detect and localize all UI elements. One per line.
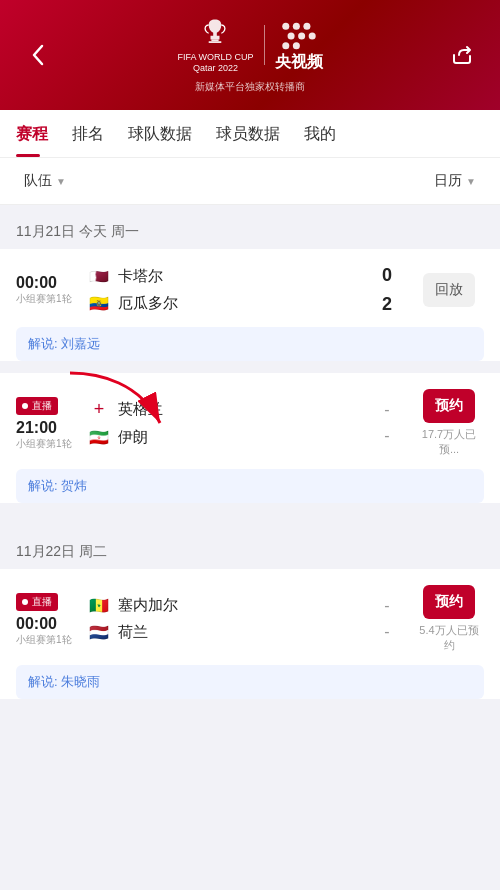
team1-flag-0: 🇶🇦 [88, 269, 110, 285]
teams-col-1: + 英格兰 🇮🇷 伊朗 [88, 399, 360, 447]
header: FIFA WORLD CUP Qatar 2022 央视 [0, 0, 500, 110]
replay-button-0[interactable]: 回放 [423, 273, 475, 307]
match-time-0: 00:00 [16, 274, 76, 292]
live-text: 直播 [32, 399, 52, 413]
cctv-name-label: 央视频 [275, 52, 323, 73]
tab-team-data[interactable]: 球队数据 [128, 110, 192, 157]
fifa-logo: FIFA WORLD CUP Qatar 2022 [177, 16, 253, 74]
match-card-2: 直播 00:00 小组赛第1轮 🇸🇳 塞内加尔 🇳🇱 荷兰 - - [0, 569, 500, 699]
team2-name-2: 荷兰 [118, 623, 148, 642]
commentator-1: 解说: 贺炜 [16, 469, 484, 503]
match-time-col-2: 直播 00:00 小组赛第1轮 [16, 591, 76, 647]
tab-schedule[interactable]: 赛程 [16, 110, 48, 157]
svg-rect-1 [209, 41, 222, 43]
live-badge-2: 直播 [16, 593, 58, 611]
score1-0: 0 [382, 265, 392, 286]
commentator-0: 解说: 刘嘉远 [16, 327, 484, 361]
match-row-0: 00:00 小组赛第1轮 🇶🇦 卡塔尔 🇪🇨 厄瓜多尔 0 2 回放 [0, 249, 500, 327]
logo-divider [264, 25, 265, 65]
team2-row-1: 🇮🇷 伊朗 [88, 428, 360, 447]
score-col-2: - - [372, 597, 402, 641]
section-nov22: 11月22日 周二 直播 00:00 小组赛第1轮 🇸🇳 塞内加尔 🇳🇱 荷兰 [0, 535, 500, 699]
score-col-0: 0 2 [372, 265, 402, 315]
team1-name-2: 塞内加尔 [118, 596, 178, 615]
match-row-1: 直播 21:00 小组赛第1轮 + 英格兰 🇮🇷 伊朗 - - [0, 373, 500, 469]
svg-point-4 [303, 22, 310, 29]
section-nov21: 11月21日 今天 周一 00:00 小组赛第1轮 🇶🇦 卡塔尔 🇪🇨 厄瓜多尔… [0, 215, 500, 503]
score1-1: - [384, 401, 389, 419]
action-col-0[interactable]: 回放 [414, 273, 484, 307]
action-col-1[interactable]: 预约 17.7万人已预... [414, 389, 484, 457]
calendar-filter-arrow: ▼ [466, 176, 476, 187]
cctv-logo: 央视频 [275, 18, 323, 73]
team-filter-arrow: ▼ [56, 176, 66, 187]
team-filter-button[interactable]: 队伍 ▼ [16, 168, 74, 194]
reserve-count-1: 17.7万人已预... [414, 427, 484, 457]
teams-col-2: 🇸🇳 塞内加尔 🇳🇱 荷兰 [88, 596, 360, 642]
commentator-2: 解说: 朱晓雨 [16, 665, 484, 699]
team2-name-1: 伊朗 [118, 428, 148, 447]
svg-point-8 [282, 42, 289, 49]
match-card-0: 00:00 小组赛第1轮 🇶🇦 卡塔尔 🇪🇨 厄瓜多尔 0 2 回放 [0, 249, 500, 361]
match-time-1: 21:00 [16, 419, 76, 437]
team1-name-1: 英格兰 [118, 400, 163, 419]
share-button[interactable] [444, 37, 480, 73]
back-button[interactable] [20, 37, 56, 73]
team1-name-0: 卡塔尔 [118, 267, 163, 286]
reserve-button-1[interactable]: 预约 [423, 389, 475, 423]
team2-row-2: 🇳🇱 荷兰 [88, 623, 360, 642]
score2-2: - [384, 623, 389, 641]
team2-flag-1: 🇮🇷 [88, 430, 110, 446]
live-text-2: 直播 [32, 595, 52, 609]
svg-point-9 [292, 42, 299, 49]
header-center: FIFA WORLD CUP Qatar 2022 央视 [177, 16, 322, 94]
svg-point-6 [298, 32, 305, 39]
match-round-1: 小组赛第1轮 [16, 437, 76, 451]
team1-row-0: 🇶🇦 卡塔尔 [88, 267, 360, 286]
svg-rect-0 [212, 40, 219, 42]
match-time-col-0: 00:00 小组赛第1轮 [16, 274, 76, 306]
team1-plus-1: + [88, 399, 110, 420]
team1-flag-2: 🇸🇳 [88, 598, 110, 614]
live-badge-1: 直播 [16, 397, 58, 415]
match-card-1: 直播 21:00 小组赛第1轮 + 英格兰 🇮🇷 伊朗 - - [0, 373, 500, 503]
reserve-button-2[interactable]: 预约 [423, 585, 475, 619]
team-filter-label: 队伍 [24, 172, 52, 190]
team2-row-0: 🇪🇨 厄瓜多尔 [88, 294, 360, 313]
svg-point-2 [282, 22, 289, 29]
svg-point-3 [292, 22, 299, 29]
match-round-0: 小组赛第1轮 [16, 292, 76, 306]
calendar-filter-label: 日历 [434, 172, 462, 190]
sub-filter: 队伍 ▼ 日历 ▼ [0, 158, 500, 205]
match-time-col-1: 直播 21:00 小组赛第1轮 [16, 395, 76, 451]
score1-2: - [384, 597, 389, 615]
match-round-2: 小组赛第1轮 [16, 633, 76, 647]
tab-ranking[interactable]: 排名 [72, 110, 104, 157]
score-col-1: - - [372, 401, 402, 445]
svg-point-7 [308, 32, 315, 39]
reserve-count-2: 5.4万人已预约 [414, 623, 484, 653]
match-time-2: 00:00 [16, 615, 76, 633]
live-dot [22, 403, 28, 409]
section-gap [0, 515, 500, 525]
match-row-2: 直播 00:00 小组赛第1轮 🇸🇳 塞内加尔 🇳🇱 荷兰 - - [0, 569, 500, 665]
fifa-text: FIFA WORLD CUP Qatar 2022 [177, 52, 253, 74]
tab-mine[interactable]: 我的 [304, 110, 336, 157]
score2-1: - [384, 427, 389, 445]
action-col-2[interactable]: 预约 5.4万人已预约 [414, 585, 484, 653]
calendar-filter-button[interactable]: 日历 ▼ [426, 168, 484, 194]
header-logos: FIFA WORLD CUP Qatar 2022 央视 [177, 16, 322, 74]
tab-player-data[interactable]: 球员数据 [216, 110, 280, 157]
teams-col-0: 🇶🇦 卡塔尔 🇪🇨 厄瓜多尔 [88, 267, 360, 313]
header-subtitle: 新媒体平台独家权转播商 [195, 80, 305, 94]
nav-tabs: 赛程 排名 球队数据 球员数据 我的 [0, 110, 500, 158]
date-header-nov22: 11月22日 周二 [0, 535, 500, 569]
score2-0: 2 [382, 294, 392, 315]
date-header-nov21: 11月21日 今天 周一 [0, 215, 500, 249]
team2-flag-2: 🇳🇱 [88, 625, 110, 641]
team2-name-0: 厄瓜多尔 [118, 294, 178, 313]
svg-point-5 [287, 32, 294, 39]
live-dot-2 [22, 599, 28, 605]
team1-row-2: 🇸🇳 塞内加尔 [88, 596, 360, 615]
team1-row-1: + 英格兰 [88, 399, 360, 420]
